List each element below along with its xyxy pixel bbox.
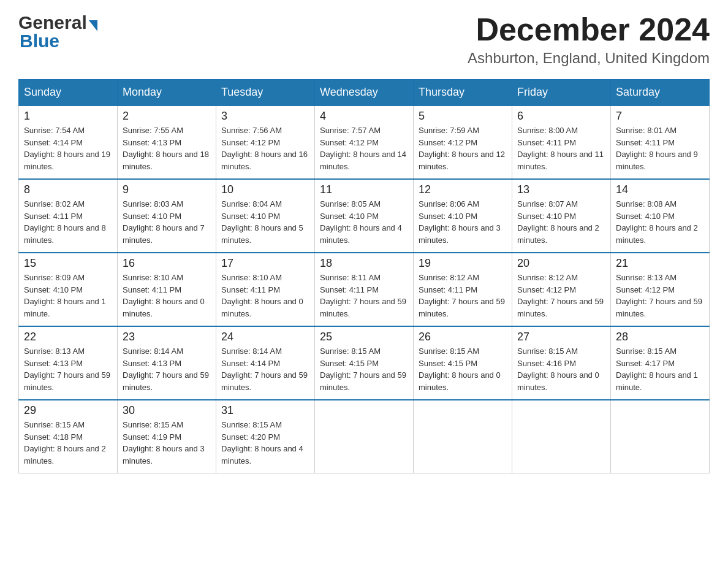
day-number: 26 xyxy=(419,331,507,343)
logo-general-text: General xyxy=(18,12,87,33)
location-title: Ashburton, England, United Kingdom xyxy=(468,50,710,67)
day-number: 27 xyxy=(517,331,605,343)
week-row-5: 29Sunrise: 8:15 AMSunset: 4:18 PMDayligh… xyxy=(19,400,710,473)
calendar-cell xyxy=(315,400,414,473)
calendar-cell: 12Sunrise: 8:06 AMSunset: 4:10 PMDayligh… xyxy=(414,179,512,253)
calendar-cell: 30Sunrise: 8:15 AMSunset: 4:19 PMDayligh… xyxy=(118,400,216,473)
day-info: Sunrise: 8:15 AMSunset: 4:15 PMDaylight:… xyxy=(320,345,408,393)
day-info: Sunrise: 8:04 AMSunset: 4:10 PMDaylight:… xyxy=(221,198,309,246)
day-number: 13 xyxy=(517,183,605,196)
day-info: Sunrise: 8:15 AMSunset: 4:19 PMDaylight:… xyxy=(123,419,211,467)
calendar-cell: 4Sunrise: 7:57 AMSunset: 4:12 PMDaylight… xyxy=(315,105,414,179)
calendar-cell: 15Sunrise: 8:09 AMSunset: 4:10 PMDayligh… xyxy=(19,253,118,326)
calendar-cell: 9Sunrise: 8:03 AMSunset: 4:10 PMDaylight… xyxy=(118,179,216,253)
calendar-header-row: SundayMondayTuesdayWednesdayThursdayFrid… xyxy=(19,80,710,106)
calendar-cell: 2Sunrise: 7:55 AMSunset: 4:13 PMDaylight… xyxy=(118,105,216,179)
day-info: Sunrise: 8:08 AMSunset: 4:10 PMDaylight:… xyxy=(616,198,704,246)
day-info: Sunrise: 8:15 AMSunset: 4:16 PMDaylight:… xyxy=(517,345,605,393)
day-info: Sunrise: 7:54 AMSunset: 4:14 PMDaylight:… xyxy=(24,124,112,172)
day-info: Sunrise: 8:10 AMSunset: 4:11 PMDaylight:… xyxy=(123,272,211,320)
header-tuesday: Tuesday xyxy=(216,80,315,106)
calendar-cell: 14Sunrise: 8:08 AMSunset: 4:10 PMDayligh… xyxy=(611,179,710,253)
day-number: 2 xyxy=(123,110,211,123)
calendar-cell: 21Sunrise: 8:13 AMSunset: 4:12 PMDayligh… xyxy=(611,253,710,326)
day-number: 15 xyxy=(24,257,112,270)
day-info: Sunrise: 8:09 AMSunset: 4:10 PMDaylight:… xyxy=(24,272,112,320)
header-sunday: Sunday xyxy=(19,80,118,106)
day-number: 12 xyxy=(419,183,507,196)
calendar-cell: 27Sunrise: 8:15 AMSunset: 4:16 PMDayligh… xyxy=(512,326,611,400)
day-number: 16 xyxy=(123,257,211,270)
week-row-2: 8Sunrise: 8:02 AMSunset: 4:11 PMDaylight… xyxy=(19,179,710,253)
day-number: 29 xyxy=(24,404,112,417)
day-info: Sunrise: 8:11 AMSunset: 4:11 PMDaylight:… xyxy=(320,272,408,320)
calendar-cell xyxy=(611,400,710,473)
calendar-cell: 25Sunrise: 8:15 AMSunset: 4:15 PMDayligh… xyxy=(315,326,414,400)
calendar-cell xyxy=(414,400,512,473)
day-number: 10 xyxy=(221,183,309,196)
day-info: Sunrise: 7:56 AMSunset: 4:12 PMDaylight:… xyxy=(221,124,309,172)
day-info: Sunrise: 8:14 AMSunset: 4:14 PMDaylight:… xyxy=(221,345,309,393)
week-row-1: 1Sunrise: 7:54 AMSunset: 4:14 PMDaylight… xyxy=(19,105,710,179)
day-info: Sunrise: 8:00 AMSunset: 4:11 PMDaylight:… xyxy=(517,124,605,172)
day-number: 31 xyxy=(221,404,309,417)
header-friday: Friday xyxy=(512,80,611,106)
calendar-cell: 26Sunrise: 8:15 AMSunset: 4:15 PMDayligh… xyxy=(414,326,512,400)
day-info: Sunrise: 8:10 AMSunset: 4:11 PMDaylight:… xyxy=(221,272,309,320)
calendar-cell: 28Sunrise: 8:15 AMSunset: 4:17 PMDayligh… xyxy=(611,326,710,400)
week-row-4: 22Sunrise: 8:13 AMSunset: 4:13 PMDayligh… xyxy=(19,326,710,400)
day-info: Sunrise: 8:02 AMSunset: 4:11 PMDaylight:… xyxy=(24,198,112,246)
calendar-cell: 6Sunrise: 8:00 AMSunset: 4:11 PMDaylight… xyxy=(512,105,611,179)
header-saturday: Saturday xyxy=(611,80,710,106)
day-info: Sunrise: 8:15 AMSunset: 4:20 PMDaylight:… xyxy=(221,419,309,467)
calendar-cell: 7Sunrise: 8:01 AMSunset: 4:11 PMDaylight… xyxy=(611,105,710,179)
logo: General Blue xyxy=(18,12,97,52)
header-wednesday: Wednesday xyxy=(315,80,414,106)
day-info: Sunrise: 8:15 AMSunset: 4:18 PMDaylight:… xyxy=(24,419,112,467)
header-thursday: Thursday xyxy=(414,80,512,106)
day-info: Sunrise: 8:06 AMSunset: 4:10 PMDaylight:… xyxy=(419,198,507,246)
day-info: Sunrise: 7:59 AMSunset: 4:12 PMDaylight:… xyxy=(419,124,507,172)
week-row-3: 15Sunrise: 8:09 AMSunset: 4:10 PMDayligh… xyxy=(19,253,710,326)
day-info: Sunrise: 8:12 AMSunset: 4:11 PMDaylight:… xyxy=(419,272,507,320)
calendar-cell: 20Sunrise: 8:12 AMSunset: 4:12 PMDayligh… xyxy=(512,253,611,326)
calendar-cell: 31Sunrise: 8:15 AMSunset: 4:20 PMDayligh… xyxy=(216,400,315,473)
day-info: Sunrise: 8:05 AMSunset: 4:10 PMDaylight:… xyxy=(320,198,408,246)
calendar-cell: 3Sunrise: 7:56 AMSunset: 4:12 PMDaylight… xyxy=(216,105,315,179)
day-number: 25 xyxy=(320,331,408,343)
day-number: 17 xyxy=(221,257,309,270)
day-number: 11 xyxy=(320,183,408,196)
calendar-table: SundayMondayTuesdayWednesdayThursdayFrid… xyxy=(18,79,710,473)
day-info: Sunrise: 8:14 AMSunset: 4:13 PMDaylight:… xyxy=(123,345,211,393)
day-info: Sunrise: 8:07 AMSunset: 4:10 PMDaylight:… xyxy=(517,198,605,246)
title-area: December 2024 Ashburton, England, United… xyxy=(468,12,710,67)
logo-blue-text: Blue xyxy=(18,31,97,52)
calendar-cell: 10Sunrise: 8:04 AMSunset: 4:10 PMDayligh… xyxy=(216,179,315,253)
calendar-cell: 11Sunrise: 8:05 AMSunset: 4:10 PMDayligh… xyxy=(315,179,414,253)
day-info: Sunrise: 7:55 AMSunset: 4:13 PMDaylight:… xyxy=(123,124,211,172)
day-number: 28 xyxy=(616,331,704,343)
calendar-cell: 8Sunrise: 8:02 AMSunset: 4:11 PMDaylight… xyxy=(19,179,118,253)
day-number: 24 xyxy=(221,331,309,343)
page-header: General Blue December 2024 Ashburton, En… xyxy=(18,12,710,67)
day-number: 5 xyxy=(419,110,507,123)
day-number: 1 xyxy=(24,110,112,123)
logo-triangle-icon xyxy=(89,20,97,31)
day-info: Sunrise: 8:15 AMSunset: 4:15 PMDaylight:… xyxy=(419,345,507,393)
calendar-cell: 18Sunrise: 8:11 AMSunset: 4:11 PMDayligh… xyxy=(315,253,414,326)
calendar-cell xyxy=(512,400,611,473)
day-info: Sunrise: 8:12 AMSunset: 4:12 PMDaylight:… xyxy=(517,272,605,320)
calendar-cell: 29Sunrise: 8:15 AMSunset: 4:18 PMDayligh… xyxy=(19,400,118,473)
day-number: 23 xyxy=(123,331,211,343)
day-number: 20 xyxy=(517,257,605,270)
day-number: 7 xyxy=(616,110,704,123)
day-number: 9 xyxy=(123,183,211,196)
day-number: 4 xyxy=(320,110,408,123)
day-number: 21 xyxy=(616,257,704,270)
calendar-cell: 13Sunrise: 8:07 AMSunset: 4:10 PMDayligh… xyxy=(512,179,611,253)
day-number: 22 xyxy=(24,331,112,343)
header-monday: Monday xyxy=(118,80,216,106)
day-info: Sunrise: 7:57 AMSunset: 4:12 PMDaylight:… xyxy=(320,124,408,172)
calendar-cell: 5Sunrise: 7:59 AMSunset: 4:12 PMDaylight… xyxy=(414,105,512,179)
day-info: Sunrise: 8:13 AMSunset: 4:12 PMDaylight:… xyxy=(616,272,704,320)
